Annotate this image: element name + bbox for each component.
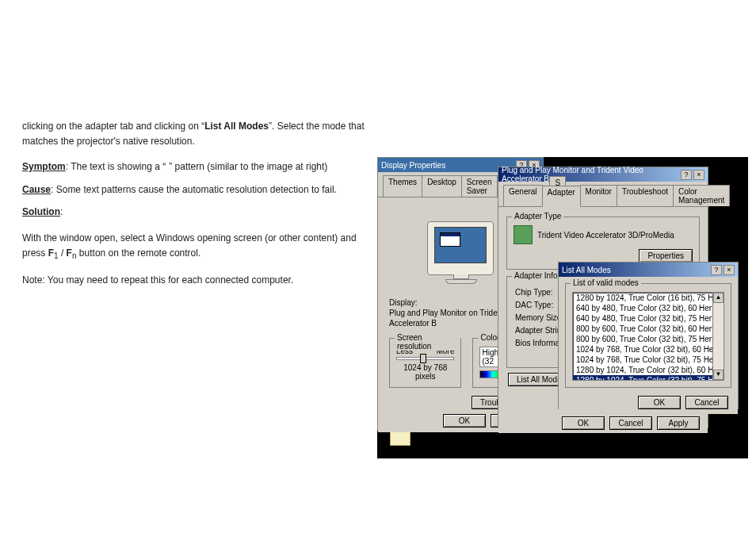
monitor-icon: [427, 221, 494, 275]
cause-line: Cause: Some text patterns cause the auto…: [22, 182, 371, 197]
display-properties-title: Display Properties: [381, 161, 445, 170]
article-intro: clicking on the adapter tab and clicking…: [22, 119, 371, 148]
adapter-titlebar[interactable]: Plug and Play Monitor and Trident Video …: [498, 167, 708, 182]
mode-item[interactable]: 1280 by 1024, True Color (32 bit), 75 He…: [573, 375, 724, 381]
modes-cancel-button[interactable]: Cancel: [685, 396, 728, 409]
tab-adapter[interactable]: Adapter: [542, 186, 581, 207]
key-f1-sub: 1: [54, 251, 59, 260]
cause-label: Cause: [22, 184, 51, 195]
resolution-value: 1024 by 768 pixels: [396, 363, 454, 381]
mode-item[interactable]: 800 by 600, True Color (32 bit), 60 Hert…: [573, 324, 724, 334]
help-button[interactable]: ?: [681, 170, 692, 180]
close-button[interactable]: ×: [693, 170, 704, 180]
solution-heading: Solution:: [22, 205, 371, 220]
article-body: clicking on the adapter tab and clicking…: [22, 119, 371, 299]
intro-text-a: clicking on the adapter tab and clicking…: [22, 121, 204, 132]
solution-colon: :: [60, 206, 63, 217]
mode-item[interactable]: 640 by 480, True Color (32 bit), 75 Hert…: [573, 313, 724, 324]
tab-themes[interactable]: Themes: [383, 175, 422, 197]
sol-text-tail: button on the remote control.: [79, 247, 200, 259]
valid-modes-label: List of valid modes: [571, 278, 641, 287]
modes-scrollbar[interactable]: ▲ ▼: [712, 293, 724, 380]
adapter-apply-button[interactable]: Apply: [657, 416, 700, 430]
note-line: Note: You may need to repeat this for ea…: [22, 273, 371, 288]
adapter-title: Plug and Play Monitor and Trident Video …: [502, 166, 681, 183]
help-button[interactable]: ?: [711, 265, 722, 275]
tab-screensaver[interactable]: Screen Saver: [461, 175, 498, 197]
adapter-name: Trident Video Accelerator 3D/ProMedia: [537, 231, 674, 240]
display-ok-button[interactable]: OK: [443, 414, 486, 428]
symptom-line: Symptom: The text is showing a “ ” patte…: [22, 159, 371, 174]
tab-color-mgmt[interactable]: Color Management: [673, 185, 730, 206]
modes-ok-button[interactable]: OK: [638, 396, 681, 409]
adapter-chip-icon: [514, 225, 533, 244]
tab-desktop[interactable]: Desktop: [422, 175, 462, 197]
tab-troubleshoot[interactable]: Troubleshoot: [617, 185, 674, 206]
resolution-slider[interactable]: [396, 357, 454, 360]
mode-item[interactable]: 1280 by 1024, True Color (16 bit), 75 He…: [573, 293, 724, 303]
key-fn-sub: n: [72, 251, 77, 260]
solution-label: Solution: [22, 206, 60, 217]
list-all-modes-phrase: List All Modes: [204, 121, 269, 132]
modes-listbox[interactable]: 1280 by 1024, True Color (16 bit), 75 He…: [572, 292, 724, 381]
mode-item[interactable]: 640 by 480, True Color (32 bit), 60 Hert…: [573, 303, 724, 313]
mode-item[interactable]: 1024 by 768, True Color (32 bit), 75 Her…: [573, 355, 724, 365]
cause-text: : Some text patterns cause the automatic…: [51, 184, 337, 195]
symptom-text: : The text is showing a “ ” pattern (sim…: [66, 161, 328, 172]
modes-titlebar[interactable]: List All Modes ? ×: [559, 263, 738, 277]
adapter-properties-button[interactable]: Properties: [639, 249, 693, 263]
solution-text: With the window open, select a Windows o…: [22, 231, 371, 262]
key-fn-letter: F: [67, 247, 72, 259]
mode-item[interactable]: 1024 by 768, True Color (32 bit), 60 Her…: [573, 344, 724, 355]
key-f1-letter: F: [48, 247, 54, 259]
scroll-up-icon[interactable]: ▲: [713, 293, 724, 303]
adapter-type-label: Adapter Type: [512, 212, 563, 220]
tab-general[interactable]: General: [503, 185, 543, 206]
close-button[interactable]: ×: [724, 265, 735, 275]
adapter-ok-button[interactable]: OK: [562, 416, 605, 430]
symptom-label: Symptom: [22, 161, 66, 172]
mode-item[interactable]: 1280 by 1024, True Color (32 bit), 60 He…: [573, 365, 724, 375]
adapter-tabs: General Adapter Monitor Troubleshoot Col…: [498, 182, 708, 206]
list-all-modes-dialog: List All Modes ? × List of valid modes 1…: [558, 262, 739, 409]
mode-item[interactable]: 800 by 600, True Color (32 bit), 75 Hert…: [573, 334, 724, 344]
screen-resolution-label: Screen resolution: [395, 333, 460, 351]
tab-monitor[interactable]: Monitor: [580, 185, 617, 206]
adapter-cancel-button[interactable]: Cancel: [609, 416, 652, 430]
scroll-down-icon[interactable]: ▼: [713, 370, 724, 380]
key-slash: /: [61, 247, 67, 259]
screenshot-desktop: Display Properties ? × Themes Desktop Sc…: [377, 157, 748, 458]
modes-title: List All Modes: [562, 266, 611, 274]
